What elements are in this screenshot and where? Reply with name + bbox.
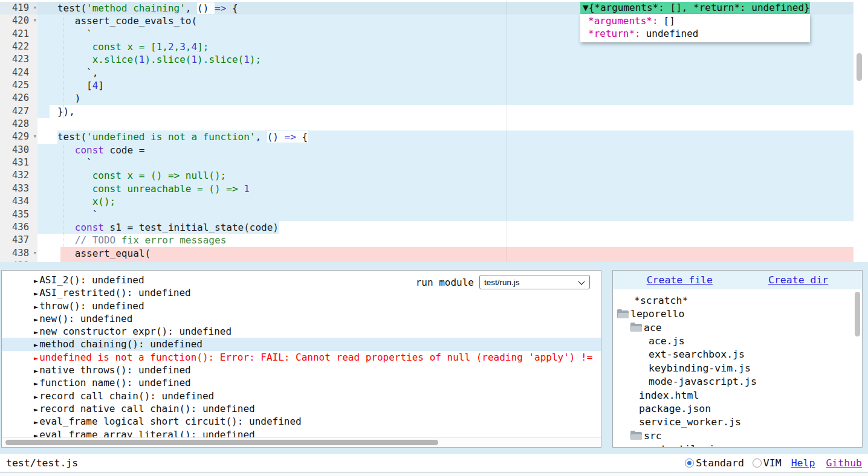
code-token: ,	[186, 41, 192, 53]
test-result-item[interactable]: ►new constructor expr(): undefined	[2, 325, 601, 338]
execution-highlight	[37, 144, 853, 156]
line-number: 427	[12, 105, 29, 118]
test-result-item[interactable]: ►record call chain(): undefined	[2, 390, 601, 402]
run-module-select[interactable]: test/run.js	[479, 275, 590, 289]
code-line[interactable]: 431 `	[0, 156, 868, 169]
execution-highlight	[60, 247, 853, 260]
test-result-item[interactable]: ►function name(): undefined	[2, 376, 601, 389]
test-result-item[interactable]: ►native throws(): undefined	[2, 364, 601, 376]
value-entry[interactable]: *arguments*:[]	[580, 14, 810, 27]
tree-item-file[interactable]: ace.js	[613, 335, 862, 348]
test-result-text: new constructor expr(): undefined	[39, 326, 232, 337]
code-token: test(	[40, 131, 86, 143]
expand-arrow-icon[interactable]: ►	[34, 367, 38, 375]
expand-arrow-icon[interactable]: ►	[34, 277, 38, 285]
create-dir-link[interactable]: Create dir	[768, 274, 828, 286]
gutter-cell: 434	[0, 195, 37, 208]
test-result-item[interactable]: ►method chaining(): undefined	[2, 338, 601, 350]
code-line[interactable]: 433 const unreachable = () => 1	[0, 182, 868, 195]
code-line[interactable]: 425 [4]	[0, 79, 868, 92]
radio-icon[interactable]	[753, 458, 762, 468]
radio-icon[interactable]	[685, 458, 694, 468]
code-token: x.slice(	[40, 54, 139, 65]
github-link[interactable]: Github	[826, 457, 862, 469]
fold-arrow-icon[interactable]: ▾	[33, 246, 37, 259]
code-token: ()	[267, 131, 285, 143]
code-editor[interactable]: 419▾ test('method chaining', () => {420▾…	[0, 0, 868, 262]
keybinding-radio-vim[interactable]: VIM	[753, 457, 782, 469]
expand-arrow-icon[interactable]: ►	[34, 418, 38, 426]
expand-arrow-icon[interactable]: ►	[34, 328, 38, 336]
results-horizontal-scrollbar[interactable]	[2, 437, 601, 447]
tree-item-folder[interactable]: leporello	[613, 307, 862, 321]
line-number: 420	[12, 14, 29, 27]
code-token: 4	[192, 41, 198, 53]
code-line[interactable]: 423 x.slice(1).slice(1).slice(1);	[0, 53, 868, 66]
fold-arrow-icon[interactable]: ▾	[33, 130, 37, 143]
tree-item-file[interactable]: mode-javascript.js	[613, 375, 862, 388]
tree-item-folder[interactable]: ace	[613, 321, 862, 335]
code-token: fix error messages	[115, 234, 226, 246]
expand-arrow-icon[interactable]: ►	[34, 379, 38, 388]
print-margin-line	[507, 0, 507, 262]
code-token	[40, 144, 75, 156]
test-result-text: ASI_2(): undefined	[39, 274, 144, 286]
test-result-item[interactable]: ►undefined is not a function(): Error: F…	[2, 351, 601, 364]
code-token: [	[40, 80, 92, 91]
code-line[interactable]: 439	[0, 260, 868, 262]
tree-item-file[interactable]: package.json	[613, 402, 862, 416]
line-number: 419	[12, 2, 29, 14]
expand-arrow-icon[interactable]: ►	[34, 303, 38, 311]
expand-arrow-icon[interactable]: ►	[34, 341, 38, 349]
tree-item-file[interactable]: ext-searchbox.js	[613, 348, 862, 361]
tree-item-folder[interactable]: src	[613, 429, 862, 443]
file-tree-scrollbar-thumb[interactable]	[855, 292, 860, 336]
test-result-item[interactable]: ►record native call chain(): undefined	[2, 402, 601, 415]
expand-arrow-icon[interactable]: ►	[34, 315, 38, 324]
value-entry[interactable]: *return*:undefined	[580, 27, 810, 40]
code-line[interactable]: 432 const x = () => null();	[0, 169, 868, 182]
code-line[interactable]: 435 `	[0, 208, 868, 221]
code-text: test('undefined is not a function', () =…	[40, 130, 308, 143]
code-line[interactable]: 424 `,	[0, 66, 868, 79]
code-line[interactable]: 430 const code =	[0, 144, 868, 156]
tree-item-file[interactable]: keybinding-vim.js	[613, 362, 862, 375]
expand-arrow-icon[interactable]: ►	[34, 289, 38, 298]
radio-dot	[687, 461, 691, 465]
code-token: ,	[186, 2, 197, 14]
keybinding-radio-standard[interactable]: Standard	[685, 457, 743, 469]
create-file-link[interactable]: Create file	[647, 274, 713, 286]
expand-arrow-icon[interactable]: ►	[34, 354, 38, 362]
code-line[interactable]: 437 // TODO fix error messages	[0, 234, 868, 246]
expand-arrow-icon[interactable]: ►	[34, 405, 38, 414]
tree-item-file[interactable]: *scratch*	[613, 294, 862, 307]
expand-arrow-icon[interactable]: ►	[34, 393, 38, 401]
tree-item-file[interactable]: service_worker.js	[613, 416, 862, 429]
line-number: 429	[12, 130, 29, 143]
value-inspector-header[interactable]: ▼{*arguments*: [], *return*: undefined}	[580, 2, 810, 14]
test-result-text: new(): undefined	[39, 313, 132, 324]
code-line[interactable]: 438▾ assert_equal(	[0, 247, 868, 260]
code-line[interactable]: 426 )	[0, 92, 868, 105]
code-line[interactable]: 434 x();	[0, 195, 868, 208]
fold-arrow-icon[interactable]: ▾	[33, 14, 37, 27]
test-result-item[interactable]: ►new(): undefined	[2, 312, 601, 325]
editor-vertical-scrollbar-thumb[interactable]	[857, 53, 862, 81]
tree-item-file[interactable]: ast_utils.js	[613, 443, 862, 448]
code-line[interactable]: 422 const x = [1,2,3,4];	[0, 40, 868, 53]
test-result-text: function name(): undefined	[39, 377, 190, 388]
test-result-item[interactable]: ►throw(): undefined	[2, 300, 601, 312]
execution-highlight	[37, 92, 853, 105]
test-result-item[interactable]: ►eval_frame logical short circuit(): und…	[2, 415, 601, 428]
code-token: ]	[98, 80, 104, 91]
tree-item-file[interactable]: index.html	[613, 389, 862, 402]
code-line[interactable]: 428	[0, 118, 868, 130]
code-line[interactable]: 429▾ test('undefined is not a function',…	[0, 130, 868, 143]
line-number: 421	[12, 28, 29, 40]
results-horizontal-scrollbar-thumb[interactable]	[5, 440, 438, 446]
code-line[interactable]: 436 const s1 = test_initial_state(code)	[0, 221, 868, 234]
line-number: 438	[12, 247, 29, 260]
help-link[interactable]: Help	[791, 457, 815, 469]
code-line[interactable]: 427 }),	[0, 105, 868, 118]
fold-arrow-icon[interactable]: ▾	[33, 1, 37, 14]
